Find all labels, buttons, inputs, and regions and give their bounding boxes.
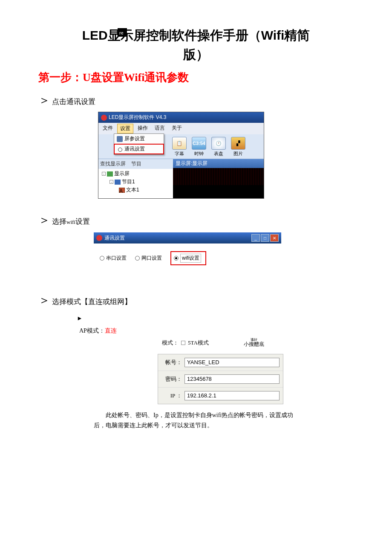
dropdown-item2-label: 通讯设置 bbox=[124, 145, 145, 153]
menu-about[interactable]: 关于 bbox=[169, 124, 184, 133]
dialog-titlebar: 通讯设置 _ □ ✕ bbox=[94, 232, 281, 243]
menu-settings[interactable]: 设置 bbox=[117, 124, 133, 133]
tree-program[interactable]: - 节目1 bbox=[99, 178, 171, 186]
mode-label: 模式： bbox=[162, 339, 179, 347]
dialog-body: 串口设置 网口设置 wifi设置 bbox=[94, 243, 281, 275]
step-1-heading: 第一步：U盘设置Wifi通讯参数 bbox=[38, 70, 354, 85]
preview-panel: 显示屏:显示屏 bbox=[173, 159, 264, 198]
form-row-ip: IP ： 192.168.2.1 bbox=[158, 388, 283, 404]
account-input[interactable]: YANSE_LED bbox=[184, 358, 280, 367]
ip-input[interactable]: 192.168.2.1 bbox=[184, 391, 280, 400]
dial-icon: 🕐 bbox=[211, 137, 226, 150]
toolbar-subtitle-label: 字幕 bbox=[171, 151, 188, 157]
program-label[interactable]: 节目 bbox=[131, 161, 141, 167]
led-preview-area bbox=[173, 168, 264, 185]
clock-icon-text: C3:54 bbox=[193, 141, 205, 146]
toolbar-subtitle[interactable]: 📋 字幕 bbox=[171, 137, 188, 157]
screen-node-icon bbox=[107, 171, 113, 177]
program-node-icon bbox=[115, 180, 121, 185]
title-line1: LED显示屏控制软件操作手册（Wifi精简 bbox=[38, 26, 354, 45]
find-row: 查找显示屏 节目 bbox=[98, 159, 173, 169]
screenshot-comm-dialog: 通讯设置 _ □ ✕ 串口设置 网口设置 wifi设置 bbox=[94, 232, 281, 275]
ap-mode-line: AP模式：直连 bbox=[79, 327, 354, 335]
bullet-2-text-b: wifi bbox=[66, 219, 75, 226]
tree-program-label: 节目1 bbox=[122, 178, 135, 185]
lower-pane: 查找显示屏 节目 - 显示屏 - 节目1 A 文本1 bbox=[98, 159, 264, 198]
mode-right-text: 小搜醴底 bbox=[244, 341, 264, 347]
toolbar-picture-label: 图片 bbox=[230, 151, 247, 157]
explanation-paragraph: 此处帐号、密码、Ip，是设置控制卡自身wifi热点的帐号密码，设置成功后，电脑需… bbox=[94, 410, 303, 431]
wifi-form: 帐号： YANSE_LED 密码： 12345678 IP ： 192.168.… bbox=[158, 354, 283, 404]
toolbar-dial-label: 表盘 bbox=[210, 151, 227, 157]
find-screen-label[interactable]: 查找显示屏 bbox=[100, 161, 126, 167]
dropdown-screen-params[interactable]: 屏参设置 bbox=[114, 134, 164, 144]
tree-root[interactable]: - 显示屏 bbox=[99, 170, 171, 178]
dropdown-item1-label: 屏参设置 bbox=[124, 135, 145, 142]
toolbar-clock[interactable]: C3:54 时钟 bbox=[190, 137, 208, 157]
radio-network[interactable]: 网口设置 bbox=[135, 255, 162, 262]
form-row-password: 密码： 12345678 bbox=[158, 371, 283, 388]
toolbar-dial[interactable]: 🕐 表盘 bbox=[210, 137, 227, 157]
radio-wifi-label: wifi设置 bbox=[180, 254, 201, 263]
radio-network-label: 网口设置 bbox=[141, 255, 162, 262]
dropdown-comm-settings[interactable]: 通讯设置 bbox=[114, 144, 164, 154]
password-label: 密码： bbox=[161, 375, 184, 383]
window-titlebar: LED显示屏控制软件 V4.3 bbox=[98, 112, 264, 123]
menu-bar: 文件 设置 操作 语言 关于 bbox=[98, 123, 264, 134]
form-row-account: 帐号： YANSE_LED bbox=[158, 354, 283, 371]
checkbox-icon[interactable] bbox=[181, 341, 185, 345]
bullet-1: ＞ 点击通讯设置 bbox=[38, 94, 354, 107]
password-input[interactable]: 12345678 bbox=[184, 374, 280, 384]
radio-icon bbox=[135, 256, 140, 261]
tree-sidebar: 查找显示屏 节目 - 显示屏 - 节目1 A 文本1 bbox=[98, 159, 173, 198]
watermark-text: re bbox=[119, 30, 123, 36]
tree-toggle-icon[interactable]: - bbox=[110, 180, 113, 184]
screen-params-icon bbox=[117, 136, 123, 142]
minimize-button[interactable]: _ bbox=[251, 234, 260, 242]
comm-settings-icon bbox=[117, 146, 123, 152]
tree-root-label: 显示屏 bbox=[114, 170, 130, 177]
tree-text[interactable]: A 文本1 bbox=[99, 186, 171, 194]
radio-serial-label: 串口设置 bbox=[106, 255, 127, 262]
radio-icon-selected bbox=[174, 256, 179, 261]
radio-wifi-highlighted[interactable]: wifi设置 bbox=[170, 251, 206, 265]
mode-option: 5TA模式 bbox=[188, 339, 209, 347]
preview-label: 显示屏:显示屏 bbox=[173, 159, 264, 168]
bullet-2-text-a: 选择 bbox=[52, 217, 66, 226]
ip-label: IP ： bbox=[161, 392, 184, 400]
sub-arrow: ► bbox=[77, 315, 354, 322]
picture-icon: ▞ bbox=[231, 137, 245, 150]
bullet-arrow-icon: ＞ bbox=[38, 214, 50, 226]
bullet-3-text: 选择模式【直连或组网】 bbox=[52, 297, 132, 307]
text-node-icon: A bbox=[119, 188, 125, 193]
bullet-arrow-icon: ＞ bbox=[38, 294, 50, 306]
window-buttons: _ □ ✕ bbox=[251, 234, 279, 242]
menu-language[interactable]: 语言 bbox=[152, 124, 167, 133]
screenshot-led-software: LED显示屏控制软件 V4.3 文件 设置 操作 语言 关于 屏参设置 通讯设置… bbox=[98, 112, 264, 199]
window-title: LED显示屏控制软件 V4.3 bbox=[109, 114, 166, 121]
maximize-button[interactable]: □ bbox=[261, 234, 269, 242]
bullet-2: ＞ 选择 wifi 设置 bbox=[38, 214, 354, 226]
bullet-3: ＞ 选择模式【直连或组网】 bbox=[38, 294, 354, 307]
ap-mode-label: AP模式： bbox=[79, 327, 105, 334]
radio-serial[interactable]: 串口设置 bbox=[100, 255, 127, 262]
tree-text-label: 文本1 bbox=[126, 186, 139, 194]
toolbar-picture[interactable]: ▞ 图片 bbox=[230, 137, 247, 157]
bullet-2-text-c: 设置 bbox=[75, 217, 90, 226]
menu-operations[interactable]: 操作 bbox=[135, 124, 150, 133]
toolbar-clock-label: 时钟 bbox=[190, 151, 208, 157]
mode-selection-row: 模式： 5TA模式 谶好 小搜醴底 bbox=[162, 337, 354, 348]
document-title: re LED显示屏控制软件操作手册（Wifi精简 版） bbox=[38, 26, 354, 64]
account-label: 帐号： bbox=[161, 359, 184, 366]
title-line2: 版） bbox=[38, 45, 354, 64]
close-button[interactable]: ✕ bbox=[270, 234, 279, 242]
tree-toggle-icon[interactable]: - bbox=[102, 172, 106, 176]
ap-mode-value: 直连 bbox=[105, 327, 117, 334]
clock-icon: C3:54 bbox=[192, 137, 206, 150]
app-logo-icon bbox=[101, 115, 107, 121]
menu-file[interactable]: 文件 bbox=[100, 124, 115, 133]
radio-icon bbox=[100, 256, 104, 261]
dialog-title: 通讯设置 bbox=[104, 235, 125, 242]
settings-dropdown: 屏参设置 通讯设置 bbox=[114, 133, 164, 155]
subtitle-icon: 📋 bbox=[172, 137, 187, 150]
